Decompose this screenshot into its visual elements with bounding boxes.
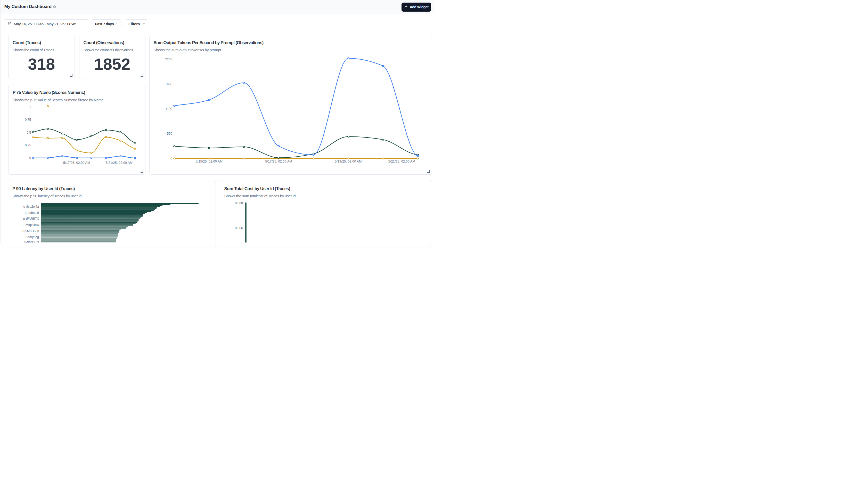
- svg-text:0.008: 0.008: [235, 202, 243, 205]
- svg-text:0.25: 0.25: [25, 144, 31, 147]
- svg-text:5/17/25, 02:00 AM: 5/17/25, 02:00 AM: [63, 161, 90, 164]
- svg-text:u-5M8D56k: u-5M8D56k: [23, 229, 39, 233]
- svg-text:2200: 2200: [165, 58, 172, 61]
- svg-text:550: 550: [167, 132, 172, 135]
- svg-text:5/15/25, 02:00 AM: 5/15/25, 02:00 AM: [195, 160, 222, 163]
- svg-text:5/19/25, 02:00 AM: 5/19/25, 02:00 AM: [335, 160, 362, 163]
- svg-text:u-8sq2w4a: u-8sq2w4a: [23, 205, 39, 208]
- svg-text:0: 0: [29, 156, 31, 160]
- svg-text:1650: 1650: [165, 82, 172, 86]
- svg-text:0.5: 0.5: [27, 131, 31, 134]
- svg-text:u-tFAR5TX: u-tFAR5TX: [23, 217, 39, 220]
- svg-text:0: 0: [170, 157, 172, 160]
- svg-text:0.75: 0.75: [25, 118, 31, 122]
- svg-text:u-8fVa9T3: u-8fVa9T3: [24, 240, 39, 243]
- svg-text:u-aobnuxf: u-aobnuxf: [25, 211, 39, 215]
- svg-text:u-zVqP3hw: u-zVqP3hw: [23, 223, 39, 227]
- svg-text:1100: 1100: [165, 107, 172, 111]
- svg-text:0.006: 0.006: [235, 226, 243, 230]
- svg-text:5/21/25, 02:00 AM: 5/21/25, 02:00 AM: [106, 161, 132, 164]
- svg-text:1: 1: [29, 105, 31, 109]
- svg-text:5/21/25, 02:00 AM: 5/21/25, 02:00 AM: [388, 160, 415, 163]
- svg-text:u-d3qr5cg: u-d3qr5cg: [25, 235, 39, 239]
- svg-text:5/17/25, 02:00 AM: 5/17/25, 02:00 AM: [265, 160, 292, 163]
